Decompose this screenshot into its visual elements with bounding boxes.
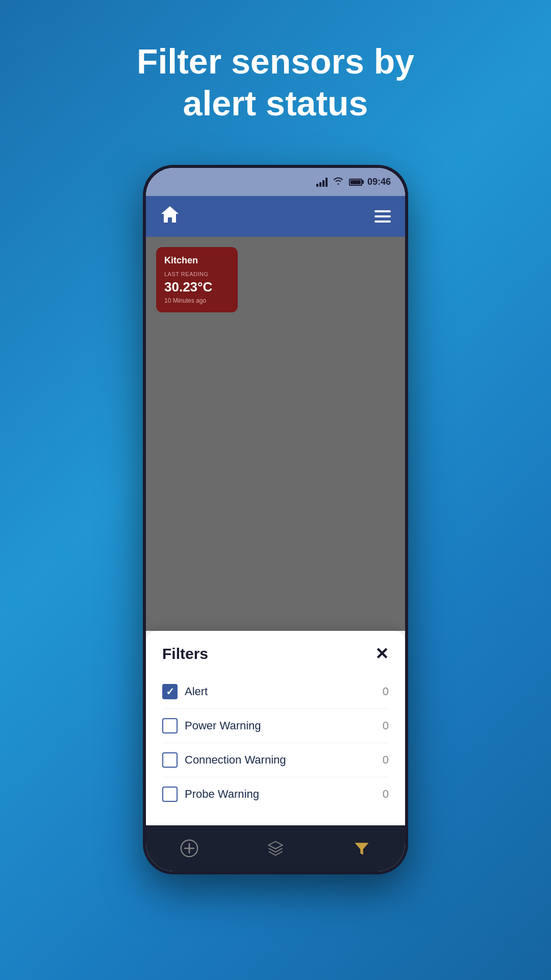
- status-icons: 09:46: [316, 177, 391, 187]
- sensor-grid: Kitchen LAST READING 30.23°C 10 Minutes …: [146, 237, 405, 631]
- filter-item-power-warning[interactable]: Power Warning 0: [162, 709, 389, 743]
- filter-item-alert-left: ✓ Alert: [162, 684, 208, 699]
- filter-count-power-warning: 0: [383, 719, 389, 732]
- checkmark-alert: ✓: [166, 685, 174, 698]
- filter-item-connection-warning[interactable]: Connection Warning 0: [162, 743, 389, 777]
- filter-count-connection-warning: 0: [383, 753, 389, 767]
- app-bar: [146, 196, 405, 237]
- filter-item-power-warning-left: Power Warning: [162, 718, 261, 733]
- checkbox-power-warning[interactable]: [162, 718, 178, 733]
- sensor-time: 10 Minutes ago: [164, 297, 230, 304]
- time-display: 09:46: [367, 177, 391, 187]
- filter-close-button[interactable]: ✕: [375, 646, 389, 662]
- wifi-icon: [333, 177, 344, 187]
- add-button[interactable]: [180, 839, 198, 857]
- filter-panel: Filters ✕ ✓ Alert 0 Power Warning: [146, 631, 405, 825]
- filter-label-connection-warning: Connection Warning: [185, 753, 286, 767]
- checkbox-connection-warning[interactable]: [162, 752, 178, 768]
- home-icon[interactable]: [160, 205, 180, 228]
- sensor-card-kitchen[interactable]: Kitchen LAST READING 30.23°C 10 Minutes …: [156, 247, 238, 312]
- page-title: Filter sensors by alert status: [96, 41, 455, 124]
- phone-screen: 09:46 Kitchen LAST READING 30.23°C 10: [146, 168, 405, 871]
- signal-icon: [316, 178, 328, 187]
- battery-icon: [349, 179, 362, 186]
- sensor-name: Kitchen: [164, 255, 230, 266]
- checkbox-probe-warning[interactable]: [162, 787, 178, 802]
- filter-label-alert: Alert: [185, 685, 208, 698]
- filter-title: Filters: [162, 645, 208, 663]
- filter-count-probe-warning: 0: [383, 788, 389, 801]
- filter-item-probe-warning-left: Probe Warning: [162, 787, 259, 802]
- checkbox-alert[interactable]: ✓: [162, 684, 178, 699]
- layers-button[interactable]: [266, 839, 285, 857]
- svg-marker-3: [268, 842, 282, 849]
- sensor-last-reading-label: LAST READING: [164, 271, 230, 277]
- bottom-nav: [146, 825, 405, 871]
- filter-label-power-warning: Power Warning: [185, 719, 261, 732]
- filter-header: Filters ✕: [162, 645, 389, 663]
- hamburger-menu-icon[interactable]: [374, 210, 391, 223]
- phone-frame: 09:46 Kitchen LAST READING 30.23°C 10: [143, 165, 408, 874]
- sensor-reading: 30.23°C: [164, 279, 230, 295]
- filter-item-connection-warning-left: Connection Warning: [162, 752, 286, 768]
- filter-item-alert[interactable]: ✓ Alert 0: [162, 675, 389, 709]
- filter-label-probe-warning: Probe Warning: [185, 788, 259, 801]
- filter-count-alert: 0: [383, 685, 389, 698]
- filter-button[interactable]: [353, 839, 371, 857]
- status-bar: 09:46: [146, 168, 405, 196]
- filter-item-probe-warning[interactable]: Probe Warning 0: [162, 777, 389, 811]
